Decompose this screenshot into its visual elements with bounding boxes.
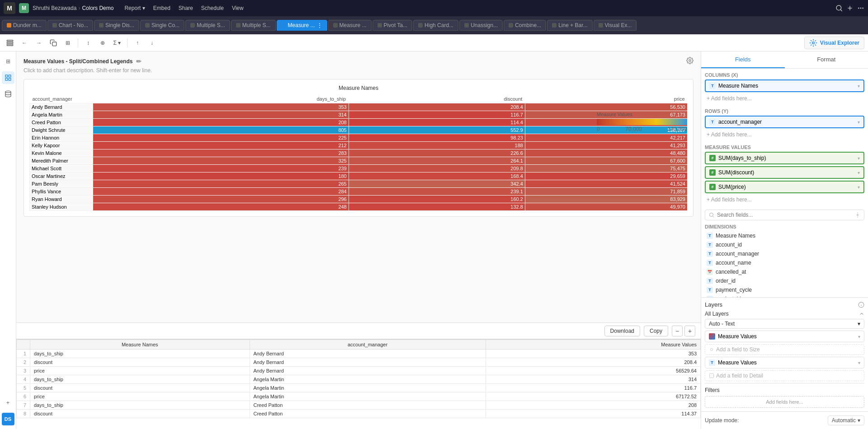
svg-rect-15 <box>9 78 11 80</box>
tab-measure-1[interactable]: Measure ... ⋮ <box>277 20 327 31</box>
layers-header: Layers <box>705 301 864 308</box>
sidebar-icon-avatar[interactable]: DS <box>2 413 14 425</box>
collapse-icon[interactable] <box>859 311 864 317</box>
chip-dropdown-arrow-3: ▾ <box>858 156 860 161</box>
table-cell-price: 49,970 <box>525 203 687 211</box>
measure-values-section: Measure Values # SUM(days_to_ship) ▾ # S… <box>705 145 864 204</box>
row-measure-name: days_to_ship <box>30 401 250 410</box>
sum-days-chip[interactable]: # SUM(days_to_ship) ▾ <box>705 152 864 164</box>
tab-unassign[interactable]: Unassign... <box>459 20 503 31</box>
row-value: 114.37 <box>486 410 700 418</box>
sum-discount-chip[interactable]: # SUM(discount) ▾ <box>705 166 864 179</box>
panel-tab-fields[interactable]: Fields <box>701 51 785 68</box>
sidebar-icon-grid[interactable]: ⊞ <box>2 55 14 68</box>
dim-account-id-text: account_id <box>716 242 742 248</box>
dim-payment-cycle[interactable]: T payment_cycle <box>705 285 864 294</box>
svg-rect-14 <box>5 78 8 80</box>
tab-single-dis[interactable]: Single Dis... <box>94 20 139 31</box>
nav-report[interactable]: Report ▾ <box>121 3 148 13</box>
tab-chart-no[interactable]: Chart - No... <box>47 20 93 31</box>
chip-dropdown-arrow-5: ▾ <box>858 185 860 190</box>
tab-single-co[interactable]: Single Co... <box>140 20 184 31</box>
tab-line-bar[interactable]: Line + Bar... <box>547 20 592 31</box>
toolbar-sort-asc-btn[interactable]: ↑ <box>131 37 144 49</box>
dim-cancelled-at[interactable]: 📅 cancelled_at <box>705 267 864 276</box>
toolbar-back-btn[interactable]: ← <box>18 37 31 49</box>
toolbar-filter-btn[interactable]: ⊕ <box>96 37 109 49</box>
search-input[interactable] <box>717 212 852 218</box>
sum-discount-label: SUM(discount) <box>718 169 754 176</box>
layer-size-text: Add a field to Size <box>716 346 760 353</box>
layers-info-icon[interactable] <box>858 302 864 308</box>
add-icon[interactable] <box>846 5 854 12</box>
tab-dunder[interactable]: Dunder m... <box>2 20 47 31</box>
table-cell-price: 42,217 <box>525 134 687 142</box>
dim-order-id[interactable]: T order_id <box>705 276 864 285</box>
dim-account-name[interactable]: T account_name <box>705 258 864 267</box>
toolbar-copy-btn[interactable] <box>47 37 60 49</box>
layer-color-chip[interactable]: Measure Values ▾ <box>705 331 864 342</box>
sidebar-icon-plus[interactable]: + <box>2 396 14 409</box>
toolbar-separator-2 <box>127 38 127 47</box>
layer-type-select[interactable]: Auto - Text ▾ <box>705 319 864 329</box>
zoom-in-button[interactable]: + <box>684 326 695 336</box>
tab-pivot-ta[interactable]: Pivot Ta... <box>373 20 412 31</box>
layer-text-chip[interactable]: T Measure Values ▾ <box>705 357 864 368</box>
toolbar-formula-btn[interactable]: Σ ▾ <box>111 37 123 49</box>
toolbar-layers-btn[interactable] <box>4 37 16 49</box>
copy-button[interactable]: Copy <box>644 326 668 336</box>
chart-title-edit-icon[interactable]: ✏ <box>136 58 142 65</box>
tab-combine[interactable]: Combine... <box>504 20 546 31</box>
layer-text-label: Measure Values <box>718 359 757 366</box>
layer-detail-add[interactable]: Add a field to Detail <box>705 370 864 381</box>
brand-icon[interactable]: M <box>4 2 15 14</box>
svg-point-17 <box>689 60 691 61</box>
nav-share[interactable]: Share <box>175 3 197 13</box>
svg-point-11 <box>812 42 815 44</box>
chart-visualization: Measure Names account_manager days_to_sh… <box>24 79 693 217</box>
table-cell-discount: 114.4 <box>349 119 525 126</box>
account-manager-chip[interactable]: T account_manager ▾ <box>705 116 864 128</box>
rows-add-field[interactable]: + Add fields here... <box>705 130 864 139</box>
toolbar-forward-btn[interactable]: → <box>33 37 45 49</box>
search-settings-icon[interactable] <box>855 212 860 218</box>
download-button[interactable]: Download <box>604 326 640 336</box>
search-icon[interactable] <box>835 5 843 12</box>
tab-visual-ex[interactable]: Visual Ex... <box>594 20 637 31</box>
zoom-out-button[interactable]: − <box>672 326 683 336</box>
svg-rect-10 <box>52 42 57 46</box>
toolbar-grid-btn[interactable]: ⊞ <box>61 37 74 49</box>
chart-settings-icon[interactable] <box>686 57 693 65</box>
toolbar-sort-desc-btn[interactable]: ↓ <box>146 37 158 49</box>
col-account-manager-header: account_manager <box>250 340 486 350</box>
nav-schedule[interactable]: Schedule <box>198 3 227 13</box>
columns-add-field[interactable]: + Add fields here... <box>705 94 864 103</box>
filters-add-field[interactable]: Add fields here... <box>705 396 864 408</box>
svg-point-4 <box>858 8 859 9</box>
table-cell-price: 75,475 <box>525 165 687 173</box>
toolbar-sort-btn[interactable]: ↕ <box>82 37 94 49</box>
measure-names-chip[interactable]: T Measure Names ▾ <box>705 79 864 92</box>
tab-multiple-s1[interactable]: Multiple S... <box>185 20 230 31</box>
tab-high-card[interactable]: High Card... <box>413 20 458 31</box>
sidebar-icon-chart[interactable] <box>2 71 14 84</box>
measure-values-add-field[interactable]: + Add fields here... <box>705 195 864 204</box>
toolbar-separator <box>78 38 78 47</box>
row-manager: Angela Martin <box>250 375 486 384</box>
table-cell-discount: 552.9 <box>349 126 525 134</box>
nav-embed[interactable]: Embed <box>150 3 174 13</box>
sidebar-icon-data[interactable] <box>2 88 14 100</box>
tab-measure-2[interactable]: Measure ... <box>328 20 372 31</box>
workspace-icon[interactable]: M <box>19 3 29 13</box>
update-mode-select[interactable]: Automatic ▾ <box>828 415 864 425</box>
tab-multiple-s2[interactable]: Multiple S... <box>231 20 276 31</box>
dim-measure-names[interactable]: T Measure Names <box>705 231 864 240</box>
nav-view[interactable]: View <box>228 3 247 13</box>
dim-account-id[interactable]: T account_id <box>705 240 864 249</box>
sum-price-chip[interactable]: # SUM(price) ▾ <box>705 181 864 193</box>
menu-icon[interactable] <box>857 5 864 12</box>
dim-account-manager[interactable]: T account_manager <box>705 249 864 258</box>
col-num-header <box>17 340 30 350</box>
panel-tab-format[interactable]: Format <box>785 51 868 68</box>
layer-size-add[interactable]: Add a field to Size <box>705 344 864 355</box>
